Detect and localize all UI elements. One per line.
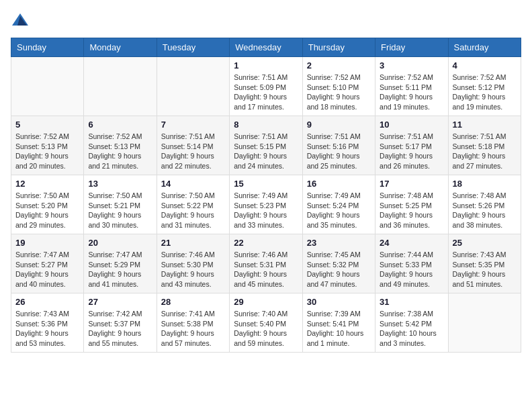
day-number: 12: [15, 179, 79, 189]
day-info: Sunrise: 7:52 AM Sunset: 5:13 PM Dayligh…: [15, 132, 79, 171]
day-info: Sunrise: 7:49 AM Sunset: 5:24 PM Dayligh…: [307, 191, 371, 230]
calendar-cell: 27Sunrise: 7:42 AM Sunset: 5:37 PM Dayli…: [84, 293, 157, 353]
calendar-cell: 9Sunrise: 7:51 AM Sunset: 5:16 PM Daylig…: [302, 116, 375, 175]
day-info: Sunrise: 7:46 AM Sunset: 5:31 PM Dayligh…: [234, 250, 298, 289]
calendar-cell: 13Sunrise: 7:50 AM Sunset: 5:21 PM Dayli…: [84, 175, 157, 234]
calendar-cell: 25Sunrise: 7:43 AM Sunset: 5:35 PM Dayli…: [448, 234, 521, 293]
calendar-cell: 1Sunrise: 7:51 AM Sunset: 5:09 PM Daylig…: [230, 57, 302, 116]
calendar-cell: 18Sunrise: 7:48 AM Sunset: 5:26 PM Dayli…: [448, 175, 521, 234]
calendar-cell: 26Sunrise: 7:43 AM Sunset: 5:36 PM Dayli…: [11, 293, 84, 353]
day-number: 20: [88, 238, 152, 248]
calendar-cell: 14Sunrise: 7:50 AM Sunset: 5:22 PM Dayli…: [157, 175, 229, 234]
calendar-cell: 17Sunrise: 7:48 AM Sunset: 5:25 PM Dayli…: [375, 175, 448, 234]
day-number: 23: [307, 238, 371, 248]
day-info: Sunrise: 7:48 AM Sunset: 5:25 PM Dayligh…: [380, 191, 443, 230]
day-info: Sunrise: 7:38 AM Sunset: 5:42 PM Dayligh…: [380, 309, 443, 349]
calendar-cell: 20Sunrise: 7:47 AM Sunset: 5:29 PM Dayli…: [84, 234, 157, 293]
day-number: 4: [453, 60, 517, 71]
day-info: Sunrise: 7:52 AM Sunset: 5:10 PM Dayligh…: [307, 73, 371, 112]
calendar-cell: 24Sunrise: 7:44 AM Sunset: 5:33 PM Dayli…: [375, 234, 448, 293]
day-info: Sunrise: 7:51 AM Sunset: 5:15 PM Dayligh…: [234, 132, 298, 171]
calendar-cell: 31Sunrise: 7:38 AM Sunset: 5:42 PM Dayli…: [375, 293, 448, 353]
day-info: Sunrise: 7:44 AM Sunset: 5:33 PM Dayligh…: [380, 250, 443, 289]
day-number: 5: [15, 120, 79, 130]
day-number: 21: [161, 238, 225, 248]
day-info: Sunrise: 7:52 AM Sunset: 5:11 PM Dayligh…: [380, 73, 443, 112]
day-info: Sunrise: 7:47 AM Sunset: 5:29 PM Dayligh…: [88, 250, 152, 289]
day-info: Sunrise: 7:39 AM Sunset: 5:41 PM Dayligh…: [307, 309, 371, 349]
day-info: Sunrise: 7:49 AM Sunset: 5:23 PM Dayligh…: [234, 191, 298, 230]
calendar-cell: 10Sunrise: 7:51 AM Sunset: 5:17 PM Dayli…: [375, 116, 448, 175]
calendar-cell: 11Sunrise: 7:51 AM Sunset: 5:18 PM Dayli…: [448, 116, 521, 175]
calendar-cell: 21Sunrise: 7:46 AM Sunset: 5:30 PM Dayli…: [157, 234, 229, 293]
calendar-cell: 6Sunrise: 7:52 AM Sunset: 5:13 PM Daylig…: [84, 116, 157, 175]
logo: [11, 11, 32, 30]
day-info: Sunrise: 7:51 AM Sunset: 5:16 PM Dayligh…: [307, 132, 371, 171]
calendar-cell: 12Sunrise: 7:50 AM Sunset: 5:20 PM Dayli…: [11, 175, 84, 234]
day-number: 8: [234, 120, 298, 130]
calendar-cell: 22Sunrise: 7:46 AM Sunset: 5:31 PM Dayli…: [230, 234, 302, 293]
calendar-cell: 23Sunrise: 7:45 AM Sunset: 5:32 PM Dayli…: [302, 234, 375, 293]
day-info: Sunrise: 7:50 AM Sunset: 5:21 PM Dayligh…: [88, 191, 152, 230]
calendar-header-row: SundayMondayTuesdayWednesdayThursdayFrid…: [11, 38, 521, 57]
calendar-header-friday: Friday: [375, 38, 448, 57]
day-info: Sunrise: 7:40 AM Sunset: 5:40 PM Dayligh…: [234, 309, 298, 349]
calendar-cell: 16Sunrise: 7:49 AM Sunset: 5:24 PM Dayli…: [302, 175, 375, 234]
calendar-cell: 7Sunrise: 7:51 AM Sunset: 5:14 PM Daylig…: [157, 116, 229, 175]
day-info: Sunrise: 7:52 AM Sunset: 5:13 PM Dayligh…: [88, 132, 152, 171]
calendar-header-saturday: Saturday: [448, 38, 521, 57]
day-info: Sunrise: 7:45 AM Sunset: 5:32 PM Dayligh…: [307, 250, 371, 289]
logo-icon: [11, 11, 30, 30]
day-number: 2: [307, 60, 371, 71]
calendar-header-thursday: Thursday: [302, 38, 375, 57]
day-number: 16: [307, 179, 371, 189]
day-info: Sunrise: 7:51 AM Sunset: 5:17 PM Dayligh…: [380, 132, 443, 171]
calendar-cell: [11, 57, 84, 116]
day-number: 6: [88, 120, 152, 130]
day-number: 1: [234, 60, 298, 71]
calendar-cell: 29Sunrise: 7:40 AM Sunset: 5:40 PM Dayli…: [230, 293, 302, 353]
day-info: Sunrise: 7:41 AM Sunset: 5:38 PM Dayligh…: [161, 309, 225, 349]
calendar-cell: 15Sunrise: 7:49 AM Sunset: 5:23 PM Dayli…: [230, 175, 302, 234]
calendar-cell: 8Sunrise: 7:51 AM Sunset: 5:15 PM Daylig…: [230, 116, 302, 175]
calendar-cell: 2Sunrise: 7:52 AM Sunset: 5:10 PM Daylig…: [302, 57, 375, 116]
day-number: 18: [453, 179, 517, 189]
day-number: 17: [380, 179, 443, 189]
calendar-cell: 30Sunrise: 7:39 AM Sunset: 5:41 PM Dayli…: [302, 293, 375, 353]
calendar-header-wednesday: Wednesday: [230, 38, 302, 57]
day-number: 22: [234, 238, 298, 248]
calendar-cell: 5Sunrise: 7:52 AM Sunset: 5:13 PM Daylig…: [11, 116, 84, 175]
day-number: 3: [380, 60, 443, 71]
day-number: 28: [161, 297, 225, 307]
calendar-cell: 4Sunrise: 7:52 AM Sunset: 5:12 PM Daylig…: [448, 57, 521, 116]
calendar-cell: [84, 57, 157, 116]
calendar-header-sunday: Sunday: [11, 38, 84, 57]
day-number: 13: [88, 179, 152, 189]
page-header: [11, 11, 521, 30]
calendar-week-4: 19Sunrise: 7:47 AM Sunset: 5:27 PM Dayli…: [11, 234, 521, 293]
day-info: Sunrise: 7:42 AM Sunset: 5:37 PM Dayligh…: [88, 309, 152, 349]
day-number: 10: [380, 120, 443, 130]
day-info: Sunrise: 7:52 AM Sunset: 5:12 PM Dayligh…: [453, 73, 517, 112]
day-number: 29: [234, 297, 298, 307]
calendar-cell: 28Sunrise: 7:41 AM Sunset: 5:38 PM Dayli…: [157, 293, 229, 353]
day-number: 14: [161, 179, 225, 189]
calendar-cell: [157, 57, 229, 116]
day-number: 15: [234, 179, 298, 189]
calendar-week-1: 1Sunrise: 7:51 AM Sunset: 5:09 PM Daylig…: [11, 57, 521, 116]
day-number: 9: [307, 120, 371, 130]
calendar-week-3: 12Sunrise: 7:50 AM Sunset: 5:20 PM Dayli…: [11, 175, 521, 234]
calendar-header-monday: Monday: [84, 38, 157, 57]
calendar-header-tuesday: Tuesday: [157, 38, 229, 57]
calendar-cell: 19Sunrise: 7:47 AM Sunset: 5:27 PM Dayli…: [11, 234, 84, 293]
day-info: Sunrise: 7:51 AM Sunset: 5:18 PM Dayligh…: [453, 132, 517, 171]
day-number: 31: [380, 297, 443, 307]
day-info: Sunrise: 7:46 AM Sunset: 5:30 PM Dayligh…: [161, 250, 225, 289]
calendar-cell: 3Sunrise: 7:52 AM Sunset: 5:11 PM Daylig…: [375, 57, 448, 116]
day-number: 24: [380, 238, 443, 248]
calendar-week-5: 26Sunrise: 7:43 AM Sunset: 5:36 PM Dayli…: [11, 293, 521, 353]
day-info: Sunrise: 7:50 AM Sunset: 5:22 PM Dayligh…: [161, 191, 225, 230]
day-info: Sunrise: 7:51 AM Sunset: 5:14 PM Dayligh…: [161, 132, 225, 171]
day-info: Sunrise: 7:50 AM Sunset: 5:20 PM Dayligh…: [15, 191, 79, 230]
day-info: Sunrise: 7:43 AM Sunset: 5:36 PM Dayligh…: [15, 309, 79, 349]
